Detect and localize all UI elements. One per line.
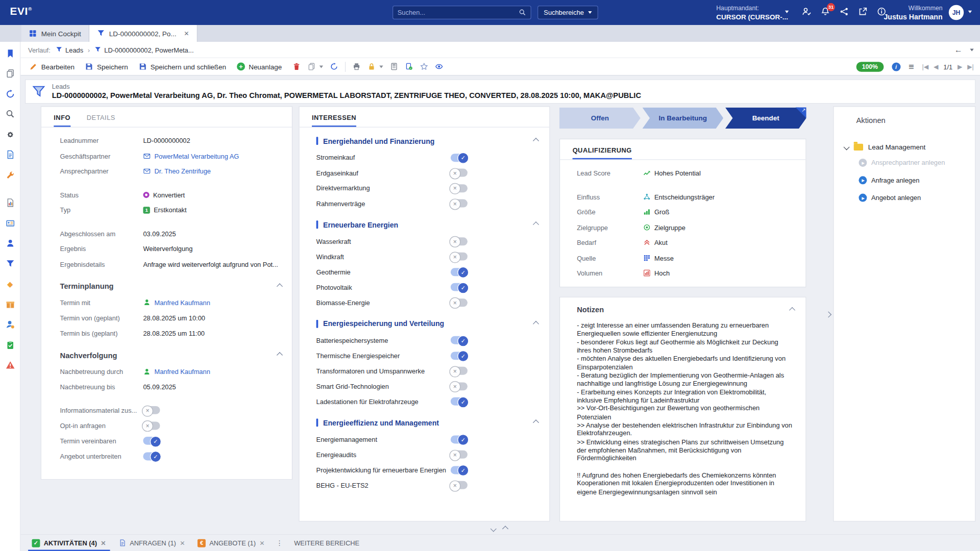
close-tab-icon[interactable]: ✕ — [259, 539, 264, 546]
save-close-button[interactable]: Speichern und schließen — [139, 62, 227, 70]
collapse-chevron-icon[interactable] — [533, 320, 539, 327]
sidebar-leads-funnel-icon[interactable] — [0, 254, 20, 274]
sidebar-report-icon[interactable] — [0, 193, 20, 213]
stage-beendet[interactable]: Beendet — [725, 108, 806, 129]
toggle-energieaudits[interactable] — [451, 450, 468, 459]
new-record-button[interactable]: +Neuanlage — [237, 62, 282, 70]
notizen-text[interactable]: - zeigt Interesse an einer umfassenden B… — [560, 314, 805, 496]
section-terminplanung[interactable]: Terminplanung — [60, 282, 282, 290]
tab-interessen[interactable]: INTERESSEN — [312, 114, 356, 127]
group-erneuerbare[interactable]: Erneuerbare Energien — [316, 220, 538, 229]
external-link-icon[interactable] — [858, 7, 867, 18]
last-page-icon[interactable]: ▶| — [967, 63, 974, 70]
hamburger-menu-icon[interactable]: ≡ — [909, 61, 914, 72]
toggle-informationsmaterial[interactable] — [143, 406, 160, 414]
toggle-angebot-unterbreiten[interactable] — [143, 452, 160, 460]
nachbetreuung-link[interactable]: Manfred Kaufmann — [154, 368, 210, 375]
notifications-bell-icon[interactable]: 31 — [821, 7, 830, 18]
user-check-icon[interactable] — [802, 7, 811, 18]
tenant-info[interactable]: Hauptmandant: CURSOR (CURSOR-... — [716, 4, 788, 21]
action-angebot-anlegen[interactable]: ▶ Angebot anlegen — [834, 189, 975, 206]
group-energiehandel[interactable]: Energiehandel und Finanzierung — [316, 137, 538, 145]
bottom-tab-anfragen[interactable]: ANFRAGEN (1) ✕ — [112, 535, 191, 551]
edit-button[interactable]: Bearbeiten — [30, 62, 75, 70]
section-nachverfolgung[interactable]: Nachverfolgung — [60, 351, 282, 360]
search-icon[interactable] — [519, 9, 526, 16]
scroll-up-icon[interactable] — [502, 525, 508, 532]
tree-expand-chevron-icon[interactable] — [844, 144, 850, 150]
print-button[interactable] — [353, 62, 361, 70]
sidebar-settings-gear-icon[interactable] — [0, 124, 20, 145]
toggle-opt-in[interactable] — [143, 421, 160, 430]
breadcrumb-chevron-down-icon[interactable] — [970, 48, 973, 51]
sidebar-person-icon[interactable] — [0, 233, 20, 254]
search-input[interactable] — [398, 9, 519, 16]
more-dots-icon[interactable]: ⋮ — [276, 539, 283, 547]
sidebar-contact-card-icon[interactable] — [0, 213, 20, 234]
share-icon[interactable] — [839, 7, 848, 18]
avatar[interactable]: JH — [949, 5, 964, 20]
tab-details[interactable]: DETAILS — [87, 114, 115, 127]
business-partner-link[interactable]: PowerMetal Verarbeitung AG — [154, 152, 239, 160]
tree-node-lead-management[interactable]: Lead Management — [834, 140, 975, 154]
bottom-tab-angebote[interactable]: € ANGEBOTE (1) ✕ — [191, 535, 271, 551]
action-anfrage-anlegen[interactable]: ▶ Anfrage anlegen — [834, 171, 975, 189]
collapse-chevron-icon[interactable] — [277, 283, 283, 289]
toggle-projektentwicklung[interactable] — [451, 466, 468, 474]
toggle-thermische-speicher[interactable] — [451, 352, 468, 360]
close-tab-icon[interactable]: ✕ — [184, 30, 189, 37]
doc-sync-button[interactable] — [405, 62, 413, 70]
refresh-button[interactable] — [330, 62, 338, 70]
collapse-chevron-icon[interactable] — [533, 221, 539, 228]
prev-page-icon[interactable]: ◀ — [934, 63, 938, 70]
toggle-photovoltaik[interactable] — [451, 283, 468, 291]
sidebar-diamond-icon[interactable]: ◆ — [0, 274, 20, 294]
toggle-transformatoren[interactable] — [451, 367, 468, 375]
toggle-ladestationen[interactable] — [451, 397, 468, 406]
toggle-windkraft[interactable] — [451, 253, 468, 261]
toggle-erdgaseinkauf[interactable] — [451, 169, 468, 177]
toggle-smart-grid[interactable] — [451, 382, 468, 390]
tenant-chevron-down-icon[interactable] — [785, 11, 789, 13]
termin-mit-link[interactable]: Manfred Kaufmann — [154, 299, 210, 307]
sidebar-alert-icon[interactable] — [0, 355, 20, 375]
sidebar-search-icon[interactable] — [0, 104, 20, 124]
scroll-down-icon[interactable] — [491, 525, 497, 532]
toggle-stromeinkauf[interactable] — [451, 154, 468, 162]
search-scope-dropdown[interactable]: Suchbereiche — [537, 6, 598, 19]
sidebar-document-icon[interactable] — [0, 144, 20, 165]
sidebar-wrench-icon[interactable] — [0, 165, 20, 185]
watch-eye-icon[interactable] — [435, 62, 443, 70]
collapse-chevron-icon[interactable] — [533, 419, 539, 425]
stage-offen[interactable]: Offen — [559, 108, 641, 129]
clone-button[interactable] — [308, 62, 324, 70]
bottom-tab-weitere-bereiche[interactable]: WEITERE BEREICHE — [288, 535, 365, 551]
collapse-chevron-icon[interactable] — [789, 307, 795, 313]
group-energieeffizienz[interactable]: Energieeffizienz und Management — [316, 418, 538, 427]
bottom-tab-aktivitaeten[interactable]: ✓ AKTIVITÄTEN (4) ✕ — [26, 535, 112, 551]
toggle-rahmenvertraege[interactable] — [451, 199, 468, 208]
panel-collapse-chevron-icon[interactable] — [824, 309, 832, 320]
contact-person-link[interactable]: Dr. Theo Zentrifuge — [154, 167, 211, 175]
lock-button[interactable] — [368, 62, 383, 70]
close-tab-icon[interactable]: ✕ — [101, 539, 106, 546]
sidebar-tasks-icon[interactable] — [0, 335, 20, 355]
save-button[interactable]: Speichern — [85, 62, 128, 70]
toggle-wasserkraft[interactable] — [451, 237, 468, 245]
notizen-header[interactable]: Notizen — [560, 297, 805, 314]
collapse-chevron-icon[interactable] — [533, 138, 539, 144]
tab-info[interactable]: INFO — [54, 114, 70, 127]
group-energiespeicherung[interactable]: Energiespeicherung und Verteilung — [316, 319, 538, 328]
sidebar-copy-icon[interactable] — [0, 63, 20, 84]
toggle-geothermie[interactable] — [451, 268, 468, 276]
tab-qualifizierung[interactable]: QUALIFIZIERUNG — [573, 146, 632, 160]
toggle-biomasse[interactable] — [451, 298, 468, 307]
first-page-icon[interactable]: |◀ — [922, 63, 929, 70]
back-arrow-icon[interactable]: ← — [954, 45, 963, 54]
sidebar-box-icon[interactable] — [0, 294, 20, 315]
toggle-energiemanagement[interactable] — [451, 435, 468, 443]
tab-lead-record[interactable]: LD-0000000002, Po... ✕ — [89, 25, 198, 42]
sidebar-history-icon[interactable] — [0, 84, 20, 104]
delete-button[interactable] — [292, 62, 301, 70]
calculator-button[interactable] — [390, 62, 398, 70]
